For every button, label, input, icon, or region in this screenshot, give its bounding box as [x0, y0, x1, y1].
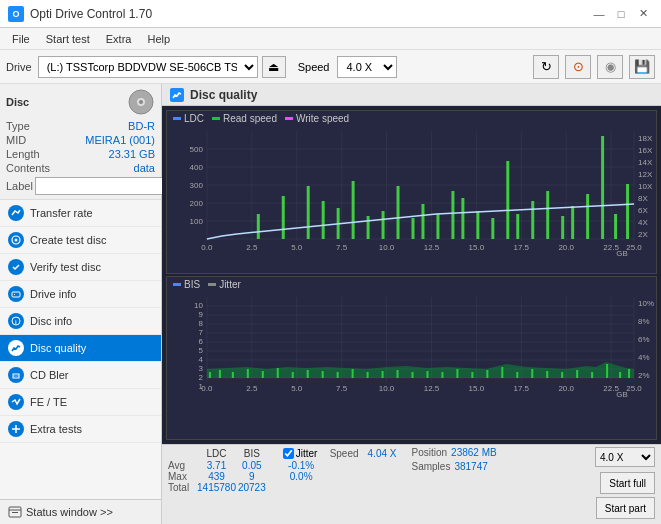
nav-icon-disc-info: i	[8, 313, 24, 329]
svg-rect-80	[561, 216, 564, 239]
svg-text:14X: 14X	[638, 158, 653, 167]
read-dot	[212, 117, 220, 120]
svg-text:2: 2	[198, 373, 203, 382]
svg-rect-73	[461, 198, 464, 239]
toolbar: Drive (L:) TSSTcorp BDDVDW SE-506CB TS02…	[0, 50, 661, 84]
speed-select-stats[interactable]: 4.0 X	[595, 447, 655, 467]
svg-text:7: 7	[198, 328, 203, 337]
avg-label: Avg	[168, 460, 196, 471]
svg-text:2.5: 2.5	[246, 243, 258, 252]
svg-rect-82	[586, 194, 589, 239]
read-label: Read speed	[223, 113, 277, 124]
start-part-button[interactable]: Start part	[596, 497, 655, 519]
jitter-label-legend: Jitter	[219, 279, 241, 290]
eject-button[interactable]: ⏏	[262, 56, 286, 78]
nav-label-transfer: Transfer rate	[30, 207, 93, 219]
svg-text:2%: 2%	[638, 371, 650, 380]
nav-cd-bler[interactable]: CD Bler	[0, 362, 161, 389]
nav-transfer-rate[interactable]: Transfer rate	[0, 200, 161, 227]
nav-icon-drive	[8, 286, 24, 302]
refresh-button[interactable]: ↻	[533, 55, 559, 79]
start-full-button[interactable]: Start full	[600, 472, 655, 494]
label-input[interactable]	[35, 177, 170, 195]
menu-extra[interactable]: Extra	[98, 31, 140, 47]
samples-value: 381747	[454, 461, 487, 472]
maximize-button[interactable]: □	[611, 5, 631, 23]
stats-avg-row: Avg 3.71 0.05 -0.1%	[168, 460, 402, 471]
stats-bar: LDC BIS Jitter Speed 4.04 X	[162, 444, 661, 524]
svg-text:5.0: 5.0	[291, 384, 303, 393]
total-ldc: 1415780	[196, 482, 237, 493]
svg-text:0.0: 0.0	[201, 384, 213, 393]
stats-left: LDC BIS Jitter Speed 4.04 X	[168, 447, 402, 493]
minimize-button[interactable]: —	[589, 5, 609, 23]
svg-rect-84	[614, 214, 617, 239]
status-window-button[interactable]: Status window >>	[0, 499, 161, 524]
nav-verify-test-disc[interactable]: Verify test disc	[0, 254, 161, 281]
svg-text:8X: 8X	[638, 194, 648, 203]
main-layout: Disc Type BD-R MID MEIRA1 (001) Length 2…	[0, 84, 661, 524]
nav-fe-te[interactable]: FE / TE	[0, 389, 161, 416]
svg-text:400: 400	[190, 163, 204, 172]
jitter-checkbox[interactable]	[283, 448, 294, 459]
erase-button[interactable]: ◉	[597, 55, 623, 79]
menu-start-test[interactable]: Start test	[38, 31, 98, 47]
svg-text:3: 3	[198, 364, 203, 373]
nav-disc-info[interactable]: i Disc info	[0, 308, 161, 335]
mid-value: MEIRA1 (001)	[85, 134, 155, 146]
stats-actions: 4.0 X Start full Start part	[551, 447, 655, 519]
burn-button[interactable]: ⊙	[565, 55, 591, 79]
svg-text:20.0: 20.0	[558, 243, 574, 252]
save-button[interactable]: 💾	[629, 55, 655, 79]
svg-rect-68	[397, 186, 400, 239]
position-label: Position	[412, 447, 448, 458]
stats-max-row: Max 439 9 0.0%	[168, 471, 402, 482]
svg-text:16X: 16X	[638, 146, 653, 155]
disc-svg-icon	[127, 88, 155, 116]
disc-quality-header: Disc quality	[162, 84, 661, 106]
nav-create-test-disc[interactable]: Create test disc	[0, 227, 161, 254]
svg-rect-65	[352, 181, 355, 239]
nav-extra-tests[interactable]: Extra tests	[0, 416, 161, 443]
disc-length-row: Length 23.31 GB	[6, 148, 155, 160]
svg-text:4%: 4%	[638, 353, 650, 362]
status-window-label: Status window >>	[26, 506, 113, 518]
svg-text:500: 500	[190, 145, 204, 154]
bottom-chart-legend: BIS Jitter	[167, 277, 656, 292]
speed-select[interactable]: 4.0 X	[337, 56, 397, 78]
svg-rect-61	[282, 196, 285, 239]
close-button[interactable]: ✕	[633, 5, 653, 23]
max-label: Max	[168, 471, 196, 482]
svg-text:7.5: 7.5	[336, 384, 348, 393]
menu-file[interactable]: File	[4, 31, 38, 47]
svg-rect-71	[436, 214, 439, 239]
col-ldc: LDC	[196, 447, 237, 460]
type-value: BD-R	[128, 120, 155, 132]
svg-rect-60	[257, 214, 260, 239]
disc-header: Disc	[6, 88, 155, 116]
svg-rect-78	[531, 201, 534, 239]
write-label: Write speed	[296, 113, 349, 124]
nav-disc-quality[interactable]: Disc quality	[0, 335, 161, 362]
contents-label: Contents	[6, 162, 50, 174]
svg-text:300: 300	[190, 181, 204, 190]
drive-select[interactable]: (L:) TSSTcorp BDDVDW SE-506CB TS02	[38, 56, 258, 78]
disc-label-row: Label ✎	[6, 177, 155, 195]
nav-drive-info[interactable]: Drive info	[0, 281, 161, 308]
menu-bar: File Start test Extra Help	[0, 28, 661, 50]
svg-text:10.0: 10.0	[379, 243, 395, 252]
menu-help[interactable]: Help	[139, 31, 178, 47]
length-label: Length	[6, 148, 40, 160]
stats-total-row: Total 1415780 20723	[168, 482, 402, 493]
svg-text:8: 8	[198, 319, 203, 328]
svg-rect-67	[382, 211, 385, 239]
jitter-dot	[208, 283, 216, 286]
app-icon: O	[8, 6, 24, 22]
svg-text:GB: GB	[616, 249, 628, 256]
disc-mid-row: MID MEIRA1 (001)	[6, 134, 155, 146]
disc-contents-row: Contents data	[6, 162, 155, 174]
svg-rect-75	[491, 218, 494, 239]
svg-text:6X: 6X	[638, 206, 648, 215]
legend-ldc: LDC	[173, 113, 204, 124]
svg-text:15.0: 15.0	[469, 243, 485, 252]
